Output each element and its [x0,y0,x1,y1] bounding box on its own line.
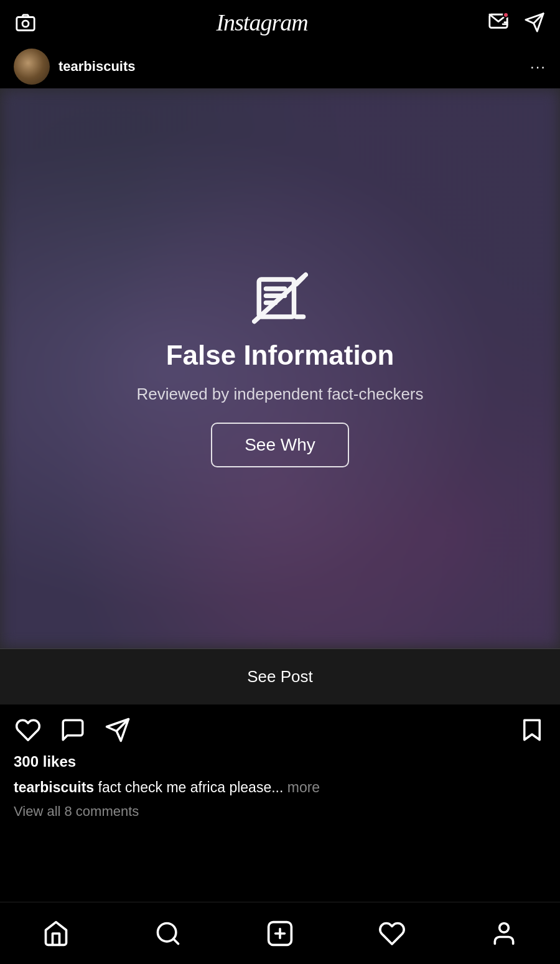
avatar[interactable] [14,49,50,85]
post-user-info: tearbiscuits [14,49,136,85]
nav-home[interactable] [31,909,81,958]
view-comments-link[interactable]: View all 8 comments [14,803,546,820]
svg-line-12 [296,277,303,284]
nav-profile[interactable] [479,909,529,958]
action-icons-row [14,716,546,744]
camera-icon[interactable] [14,11,37,34]
post-header: tearbiscuits ··· [0,45,560,88]
see-post-area[interactable]: See Post [0,648,560,704]
svg-line-18 [174,938,179,943]
left-action-icons [14,716,132,744]
caption-username[interactable]: tearbiscuits [14,779,94,795]
caption-text: fact check me africa please... [94,779,283,795]
like-button[interactable] [14,716,42,744]
comment-button[interactable] [58,716,87,744]
see-post-label: See Post [247,667,313,686]
nav-right-icons [487,11,546,34]
svg-rect-0 [17,17,34,30]
nav-left-icons [14,11,37,34]
save-button[interactable] [518,716,546,744]
top-navigation: Instagram [0,0,560,45]
post-username[interactable]: tearbiscuits [58,58,136,75]
false-info-subtitle: Reviewed by independent fact-checkers [136,385,423,404]
direct-icon[interactable] [523,11,546,34]
post-actions: 300 likes tearbiscuits fact check me afr… [0,704,560,831]
false-info-overlay: False Information Reviewed by independen… [0,88,560,648]
messages-icon[interactable] [487,11,510,34]
svg-point-1 [22,21,29,27]
share-button[interactable] [103,716,132,744]
caption-more-link[interactable]: more [287,779,320,795]
nav-search[interactable] [143,909,193,958]
svg-point-22 [500,923,509,932]
post-caption: tearbiscuits fact check me africa please… [14,777,546,798]
notification-badge [503,12,509,18]
likes-count: 300 likes [14,753,546,770]
false-info-title: False Information [166,340,394,371]
false-info-icon [252,270,308,326]
post-image: False Information Reviewed by independen… [0,88,560,648]
bottom-navigation [0,902,560,964]
nav-add[interactable] [255,909,305,958]
more-options-button[interactable]: ··· [530,58,546,75]
nav-activity[interactable] [367,909,417,958]
app-logo: Instagram [216,9,307,36]
see-why-button[interactable]: See Why [211,423,349,467]
svg-marker-16 [525,720,540,740]
